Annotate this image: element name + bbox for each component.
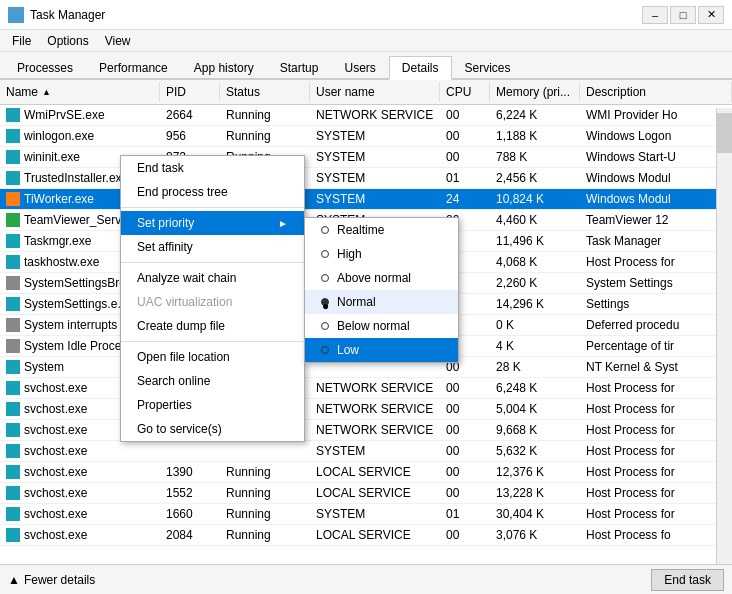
tab-processes[interactable]: Processes: [4, 56, 86, 78]
cell-status: Running: [220, 462, 310, 482]
cell-memory: 12,376 K: [490, 462, 580, 482]
minimize-button[interactable]: –: [642, 6, 668, 24]
priority-low[interactable]: Low: [305, 338, 458, 362]
cell-memory: 10,824 K: [490, 189, 580, 209]
cell-user: NETWORK SERVICE: [310, 105, 440, 125]
col-user[interactable]: User name: [310, 82, 440, 102]
process-icon: [6, 297, 20, 311]
ctx-properties[interactable]: Properties: [121, 393, 304, 417]
ctx-set-affinity[interactable]: Set affinity: [121, 235, 304, 259]
table-row[interactable]: svchost.exe NETWORK SERVICE 00 9,668 K H…: [0, 420, 732, 441]
table-row[interactable]: svchost.exe 1390 Running LOCAL SERVICE 0…: [0, 462, 732, 483]
table-row[interactable]: svchost.exe 1660 Running SYSTEM 01 30,40…: [0, 504, 732, 525]
ctx-analyze-wait[interactable]: Analyze wait chain: [121, 266, 304, 290]
title-bar-controls: – □ ✕: [642, 6, 724, 24]
priority-realtime[interactable]: Realtime: [305, 218, 458, 242]
tab-bar: Processes Performance App history Startu…: [0, 52, 732, 80]
tab-app-history[interactable]: App history: [181, 56, 267, 78]
fewer-details-button[interactable]: ▲ Fewer details: [8, 573, 95, 587]
table-row[interactable]: wininit.exe 872 Running SYSTEM 00 788 K …: [0, 147, 732, 168]
tab-startup[interactable]: Startup: [267, 56, 332, 78]
tab-services[interactable]: Services: [452, 56, 524, 78]
cell-memory: 6,248 K: [490, 378, 580, 398]
radio-below-normal: [321, 322, 329, 330]
cell-name: WmiPrvSE.exe: [0, 105, 160, 125]
close-button[interactable]: ✕: [698, 6, 724, 24]
cell-memory: 1,188 K: [490, 126, 580, 146]
ctx-uac-virt: UAC virtualization: [121, 290, 304, 314]
col-status[interactable]: Status: [220, 82, 310, 102]
cell-cpu: 00: [440, 399, 490, 419]
table-row[interactable]: svchost.exe 1552 Running LOCAL SERVICE 0…: [0, 483, 732, 504]
cell-desc: Settings: [580, 294, 732, 314]
cell-desc: Host Process for: [580, 441, 732, 461]
table-row[interactable]: svchost.exe NETWORK SERVICE 00 6,248 K H…: [0, 378, 732, 399]
tab-details[interactable]: Details: [389, 56, 452, 80]
cell-pid: 2664: [160, 105, 220, 125]
priority-high[interactable]: High: [305, 242, 458, 266]
cell-cpu: 24: [440, 189, 490, 209]
process-icon: [6, 507, 20, 521]
ctx-sep-3: [121, 341, 304, 342]
col-desc[interactable]: Description: [580, 82, 732, 102]
ctx-set-priority[interactable]: Set priority ►: [121, 211, 304, 235]
ctx-search-online[interactable]: Search online: [121, 369, 304, 393]
cell-pid: 1660: [160, 504, 220, 524]
submenu-arrow: ►: [278, 218, 288, 229]
priority-above-normal[interactable]: Above normal: [305, 266, 458, 290]
priority-normal[interactable]: ● Normal: [305, 290, 458, 314]
process-icon: [6, 108, 20, 122]
process-icon: [6, 318, 20, 332]
tab-performance[interactable]: Performance: [86, 56, 181, 78]
cell-desc: Windows Start-U: [580, 147, 732, 167]
ctx-go-to-service[interactable]: Go to service(s): [121, 417, 304, 441]
col-memory[interactable]: Memory (pri...: [490, 82, 580, 102]
table-row[interactable]: TiWorker.exe ng SYSTEM 24 10,824 K Windo…: [0, 189, 732, 210]
cell-desc: System Settings: [580, 273, 732, 293]
end-task-button[interactable]: End task: [651, 569, 724, 591]
cell-cpu: 00: [440, 483, 490, 503]
menu-options[interactable]: Options: [39, 32, 96, 49]
cell-memory: 4,460 K: [490, 210, 580, 230]
process-icon: [6, 150, 20, 164]
table-row[interactable]: svchost.exe 2084 Running LOCAL SERVICE 0…: [0, 525, 732, 546]
col-cpu[interactable]: CPU: [440, 82, 490, 102]
process-icon: [6, 528, 20, 542]
menu-view[interactable]: View: [97, 32, 139, 49]
scrollbar-thumb[interactable]: [717, 113, 732, 153]
col-pid[interactable]: PID: [160, 82, 220, 102]
cell-user: SYSTEM: [310, 189, 440, 209]
cell-cpu: 00: [440, 147, 490, 167]
context-menu: End task End process tree Set priority ►…: [120, 155, 305, 442]
table-row[interactable]: WmiPrvSE.exe 2664 Running NETWORK SERVIC…: [0, 105, 732, 126]
title-bar-left: Task Manager: [8, 7, 105, 23]
ctx-open-file[interactable]: Open file location: [121, 345, 304, 369]
maximize-button[interactable]: □: [670, 6, 696, 24]
process-icon: [6, 255, 20, 269]
table-row[interactable]: svchost.exe NETWORK SERVICE 00 5,004 K H…: [0, 399, 732, 420]
cell-status: Running: [220, 483, 310, 503]
table-header: Name ▲ PID Status User name CPU Memory (…: [0, 80, 732, 105]
menu-file[interactable]: File: [4, 32, 39, 49]
table-row[interactable]: svchost.exe SYSTEM 00 5,632 K Host Proce…: [0, 441, 732, 462]
priority-below-normal[interactable]: Below normal: [305, 314, 458, 338]
scrollbar-y[interactable]: [716, 108, 732, 564]
cell-memory: 5,632 K: [490, 441, 580, 461]
table-row[interactable]: TrustedInstaller.exe 4252 Running SYSTEM…: [0, 168, 732, 189]
cell-user: NETWORK SERVICE: [310, 378, 440, 398]
ctx-end-task[interactable]: End task: [121, 156, 304, 180]
priority-submenu: Realtime High Above normal ● Normal Belo…: [304, 217, 459, 363]
ctx-create-dump[interactable]: Create dump file: [121, 314, 304, 338]
cell-memory: 0 K: [490, 315, 580, 335]
col-name[interactable]: Name ▲: [0, 82, 160, 102]
cell-name: svchost.exe: [0, 441, 160, 461]
process-icon: [6, 234, 20, 248]
ctx-sep-1: [121, 207, 304, 208]
table-row[interactable]: winlogon.exe 956 Running SYSTEM 00 1,188…: [0, 126, 732, 147]
cell-user: SYSTEM: [310, 147, 440, 167]
cell-cpu: 00: [440, 441, 490, 461]
ctx-end-process-tree[interactable]: End process tree: [121, 180, 304, 204]
tab-users[interactable]: Users: [331, 56, 388, 78]
cell-name: svchost.exe: [0, 525, 160, 545]
cell-status: Running: [220, 105, 310, 125]
